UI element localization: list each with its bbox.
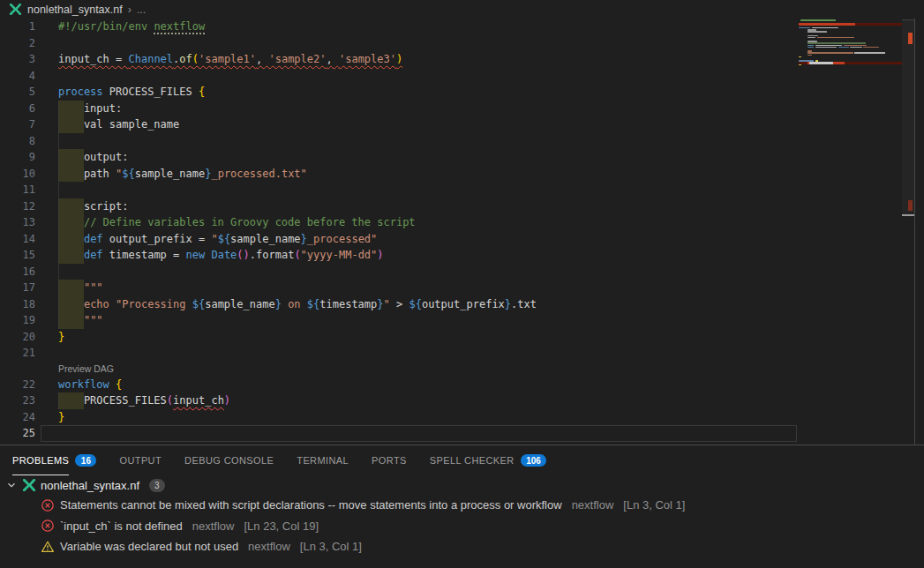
line-number[interactable]: 22 <box>0 377 35 393</box>
problem-row[interactable]: Variable was declared but not usednextfl… <box>0 536 924 557</box>
code-line-18[interactable]: 18 echo "Processing ${sample_name} on ${… <box>0 296 924 313</box>
scrollbar-slider[interactable] <box>902 19 914 214</box>
breadcrumb[interactable]: nonlethal_syntax.nf › ... <box>0 0 924 19</box>
line-content[interactable]: input_ch = Channel.of('sample1', 'sample… <box>41 51 797 68</box>
line-content[interactable]: script: <box>41 198 797 215</box>
line-content[interactable]: #!/usr/bin/env nextflow <box>41 19 797 35</box>
line-number[interactable]: 23 <box>0 392 35 409</box>
code-line-20[interactable]: 20} <box>0 329 924 346</box>
overview-ruler[interactable] <box>902 19 914 445</box>
problems-view: nonlethal_syntax.nf 3 Statements cannot … <box>0 475 924 557</box>
line-content[interactable]: } <box>41 409 797 426</box>
code-line-24[interactable]: 24} <box>0 409 924 426</box>
line-content[interactable] <box>41 264 797 280</box>
code-line-1[interactable]: 1#!/usr/bin/env nextflow <box>0 19 924 35</box>
line-number[interactable]: 7 <box>0 116 35 133</box>
panel-tab-output[interactable]: OUTPUT <box>119 445 162 475</box>
line-number[interactable]: 14 <box>0 231 35 248</box>
minimap[interactable] <box>799 19 902 445</box>
code-line-13[interactable]: 13 // Define variables in Groovy code be… <box>0 214 924 231</box>
line-content[interactable] <box>41 35 797 52</box>
code-line-12[interactable]: 12 script: <box>0 198 924 215</box>
line-number[interactable]: 5 <box>0 84 35 101</box>
panel-tab-problems[interactable]: PROBLEMS16 <box>12 445 96 475</box>
code-line-2[interactable]: 2 <box>0 35 924 52</box>
line-number[interactable]: 4 <box>0 68 35 85</box>
line-content[interactable]: output: <box>41 149 797 166</box>
line-number[interactable]: 10 <box>0 166 35 183</box>
problem-row[interactable]: Statements cannot be mixed with script d… <box>0 495 924 516</box>
line-content[interactable] <box>41 68 797 85</box>
line-number[interactable]: 24 <box>0 409 35 426</box>
line-content[interactable]: def timestamp = new Date().format("yyyy-… <box>41 247 797 264</box>
code-line-10[interactable]: 10 path "${sample_name}_processed.txt" <box>0 166 924 183</box>
code-line-19[interactable]: 19 """ <box>0 312 924 329</box>
line-number[interactable]: 17 <box>0 280 35 296</box>
code-line-8[interactable]: 8 <box>0 133 924 150</box>
line-content[interactable]: def output_prefix = "${sample_name}_proc… <box>41 231 797 248</box>
code-line-14[interactable]: 14 def output_prefix = "${sample_name}_p… <box>0 231 924 248</box>
code-line-23[interactable]: 23 PROCESS_FILES(input_ch) <box>0 392 924 409</box>
breadcrumb-more[interactable]: ... <box>137 4 146 16</box>
line-number[interactable]: 1 <box>0 19 35 35</box>
problems-file-group[interactable]: nonlethal_syntax.nf 3 <box>0 475 924 495</box>
breadcrumb-filename[interactable]: nonlethal_syntax.nf <box>27 4 123 16</box>
code-area[interactable]: 1#!/usr/bin/env nextflow23input_ch = Cha… <box>0 19 924 442</box>
code-line-3[interactable]: 3input_ch = Channel.of('sample1', 'sampl… <box>0 51 924 68</box>
code-line-5[interactable]: 5process PROCESS_FILES { <box>0 84 924 101</box>
problem-row[interactable]: `input_ch` is not definednextflow[Ln 23,… <box>0 516 924 537</box>
line-content[interactable]: process PROCESS_FILES { <box>41 84 797 101</box>
code-line-17[interactable]: 17 """ <box>0 280 924 296</box>
code-line-22[interactable]: 22workflow { <box>0 377 924 393</box>
line-number[interactable]: 18 <box>0 296 35 313</box>
line-content[interactable]: // Define variables in Groovy code befor… <box>41 214 797 231</box>
code-token: Channel <box>128 53 173 65</box>
line-number[interactable]: 9 <box>0 149 35 166</box>
panel-tab-ports[interactable]: PORTS <box>372 445 407 475</box>
minimap-line <box>799 19 902 21</box>
line-content[interactable]: """ <box>41 280 797 296</box>
code-line-4[interactable]: 4 <box>0 68 924 85</box>
line-number[interactable]: 2 <box>0 35 35 52</box>
line-number[interactable]: 15 <box>0 247 35 264</box>
editor[interactable]: 1#!/usr/bin/env nextflow23input_ch = Cha… <box>0 19 924 445</box>
panel-tab-spell-checker[interactable]: SPELL CHECKER106 <box>430 445 547 475</box>
line-number[interactable]: 19 <box>0 312 35 329</box>
line-content[interactable]: PROCESS_FILES(input_ch) <box>41 392 797 409</box>
line-content[interactable]: input: <box>41 101 797 117</box>
code-line-6[interactable]: 6 input: <box>0 101 924 117</box>
code-line-11[interactable]: 11 <box>0 182 924 198</box>
minimap-line <box>799 56 902 58</box>
code-line-21[interactable]: 21 <box>0 345 924 362</box>
line-number[interactable]: 20 <box>0 329 35 346</box>
line-number[interactable]: 12 <box>0 198 35 215</box>
code-line-7[interactable]: 7 val sample_name <box>0 116 924 133</box>
code-line-16[interactable]: 16 <box>0 264 924 280</box>
line-content[interactable]: echo "Processing ${sample_name} on ${tim… <box>41 296 797 313</box>
line-number[interactable]: 6 <box>0 101 35 117</box>
line-number[interactable]: 3 <box>0 51 35 68</box>
panel-tab-terminal[interactable]: TERMINAL <box>297 445 349 475</box>
line-number[interactable]: 13 <box>0 214 35 231</box>
code-line-15[interactable]: 15 def timestamp = new Date().format("yy… <box>0 247 924 264</box>
codelens-preview-dag[interactable]: Preview DAG <box>0 362 924 377</box>
line-number[interactable]: 8 <box>0 133 35 150</box>
line-number[interactable]: 11 <box>0 182 35 198</box>
line-content[interactable] <box>41 345 797 362</box>
panel-tab-debug-console[interactable]: DEBUG CONSOLE <box>184 445 274 475</box>
code-line-25[interactable]: 25 <box>0 425 924 442</box>
line-number[interactable]: 16 <box>0 264 35 280</box>
line-content[interactable] <box>41 133 797 150</box>
line-content[interactable]: """ <box>41 312 797 329</box>
chevron-down-icon[interactable] <box>5 479 18 491</box>
line-content[interactable]: val sample_name <box>41 116 797 133</box>
line-content[interactable] <box>41 425 797 442</box>
line-content[interactable]: path "${sample_name}_processed.txt" <box>41 166 797 183</box>
line-content[interactable] <box>41 182 797 198</box>
line-number[interactable]: 21 <box>0 345 35 362</box>
line-number[interactable]: 25 <box>0 425 35 442</box>
problem-location: [Ln 3, Col 1] <box>300 540 362 553</box>
line-content[interactable]: } <box>41 329 797 346</box>
line-content[interactable]: workflow { <box>41 377 797 393</box>
code-line-9[interactable]: 9 output: <box>0 149 924 166</box>
